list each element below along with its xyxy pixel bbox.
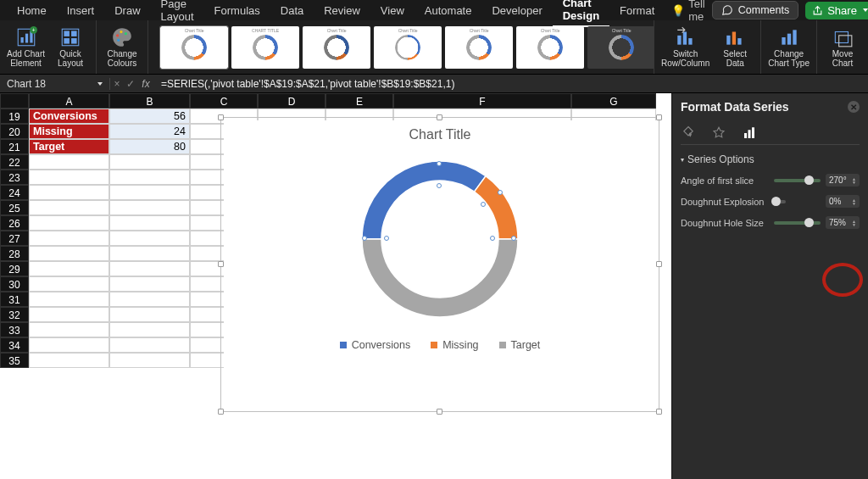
switch-row-column-button[interactable]: Switch Row/Column [661, 26, 709, 68]
row-header[interactable]: 27 [0, 231, 29, 246]
tab-formulas[interactable]: Formulas [204, 1, 270, 20]
chart-style-5[interactable]: Chart Title [445, 26, 513, 69]
data-point-handle[interactable] [437, 183, 442, 188]
change-colours-button[interactable]: Change Colours [103, 26, 141, 68]
cell[interactable] [29, 231, 109, 246]
column-header[interactable]: B [109, 93, 190, 109]
chart-style-4[interactable]: Chart Title [374, 26, 442, 69]
hole-size-slider[interactable] [774, 221, 821, 225]
row-header[interactable]: 22 [0, 154, 29, 170]
chart-style-6[interactable]: Chart Title [516, 26, 584, 69]
row-header[interactable]: 35 [0, 353, 29, 368]
data-point-handle[interactable] [511, 236, 516, 241]
select-all-corner[interactable] [0, 93, 29, 109]
comments-button[interactable]: Comments [712, 1, 798, 19]
quick-layout-button[interactable]: Quick Layout [52, 26, 89, 68]
donut-slice[interactable] [362, 239, 518, 317]
stepper-icon[interactable]: ▲▼ [852, 198, 856, 205]
chart-style-2[interactable]: CHART TITLE [231, 26, 299, 69]
cell[interactable] [29, 154, 109, 170]
cell[interactable] [29, 292, 109, 307]
column-header[interactable]: G [571, 93, 656, 109]
data-point-handle[interactable] [481, 202, 486, 207]
angle-value-field[interactable]: 270° ▲▼ [826, 174, 860, 187]
cell[interactable] [109, 185, 190, 200]
tab-format[interactable]: Format [609, 1, 665, 20]
cell[interactable] [29, 353, 109, 368]
explosion-value-field[interactable]: 0% ▲▼ [826, 195, 860, 208]
cell[interactable]: 24 [109, 124, 190, 139]
series-options-section[interactable]: ▾ Series Options [681, 153, 860, 165]
cell[interactable]: 80 [109, 139, 190, 154]
column-header[interactable]: F [393, 93, 571, 109]
data-point-handle[interactable] [384, 236, 389, 241]
tell-me-search[interactable]: 💡 Tell me [665, 0, 712, 23]
fx-button[interactable]: fx [137, 78, 154, 90]
data-point-handle[interactable] [498, 190, 503, 195]
chart-style-7[interactable]: Chart Title [587, 26, 654, 69]
cell[interactable] [109, 200, 190, 215]
chart-style-1[interactable]: Chart Title [160, 26, 228, 69]
data-point-handle[interactable] [362, 236, 367, 241]
accept-formula-icon[interactable]: ✓ [124, 78, 137, 90]
series-options-tab-icon[interactable] [742, 125, 757, 141]
cell[interactable] [29, 185, 109, 200]
stepper-icon[interactable]: ▲▼ [852, 177, 856, 184]
data-point-handle[interactable] [490, 236, 495, 241]
tab-review[interactable]: Review [314, 1, 370, 20]
row-header[interactable]: 30 [0, 276, 29, 292]
tab-draw[interactable]: Draw [104, 1, 150, 20]
resize-handle[interactable] [437, 114, 442, 120]
data-point-handle[interactable] [437, 161, 442, 166]
cell[interactable] [29, 246, 109, 261]
effects-tab-icon[interactable] [711, 125, 726, 141]
row-header[interactable]: 20 [0, 124, 29, 139]
resize-handle[interactable] [218, 114, 224, 120]
resize-handle[interactable] [218, 409, 224, 415]
cell[interactable] [29, 337, 109, 353]
chart-object[interactable]: Chart Title Conversions Missing [224, 120, 656, 409]
row-header[interactable]: 25 [0, 200, 29, 215]
cell[interactable] [109, 292, 190, 307]
cell[interactable] [29, 276, 109, 292]
formula-input[interactable] [154, 78, 868, 90]
cell[interactable] [109, 231, 190, 246]
tab-automate[interactable]: Automate [415, 1, 482, 20]
name-box[interactable]: Chart 18 [0, 78, 110, 90]
donut-slice[interactable] [362, 161, 486, 239]
donut-slice[interactable] [475, 176, 518, 239]
cell[interactable] [29, 170, 109, 185]
cell[interactable]: 56 [109, 109, 190, 124]
resize-handle[interactable] [437, 409, 442, 415]
cancel-formula-icon[interactable]: × [110, 78, 124, 90]
cell[interactable] [29, 215, 109, 231]
resize-handle[interactable] [656, 409, 662, 415]
cell[interactable] [109, 307, 190, 322]
cell[interactable] [109, 337, 190, 353]
row-header[interactable]: 33 [0, 322, 29, 337]
row-header[interactable]: 31 [0, 292, 29, 307]
change-chart-type-button[interactable]: Change Chart Type [768, 26, 810, 68]
row-header[interactable]: 19 [0, 109, 29, 124]
row-header[interactable]: 29 [0, 261, 29, 276]
row-header[interactable]: 23 [0, 170, 29, 185]
row-header[interactable]: 34 [0, 337, 29, 353]
add-chart-element-button[interactable]: + Add Chart Element [7, 26, 45, 68]
resize-handle[interactable] [218, 261, 224, 267]
row-header[interactable]: 26 [0, 215, 29, 231]
cell[interactable] [29, 261, 109, 276]
tab-home[interactable]: Home [7, 1, 57, 20]
column-header[interactable]: A [29, 93, 109, 109]
stepper-icon[interactable]: ▲▼ [852, 220, 856, 226]
cell[interactable] [109, 353, 190, 368]
donut-plot[interactable] [352, 151, 528, 327]
row-header[interactable]: 32 [0, 307, 29, 322]
cell[interactable]: Conversions [29, 109, 109, 124]
close-panel-button[interactable]: ✕ [848, 101, 860, 113]
cell[interactable] [29, 200, 109, 215]
row-header[interactable]: 24 [0, 185, 29, 200]
cell[interactable] [109, 261, 190, 276]
explosion-slider[interactable] [774, 200, 786, 203]
column-header[interactable]: E [326, 93, 393, 109]
resize-handle[interactable] [656, 261, 662, 267]
